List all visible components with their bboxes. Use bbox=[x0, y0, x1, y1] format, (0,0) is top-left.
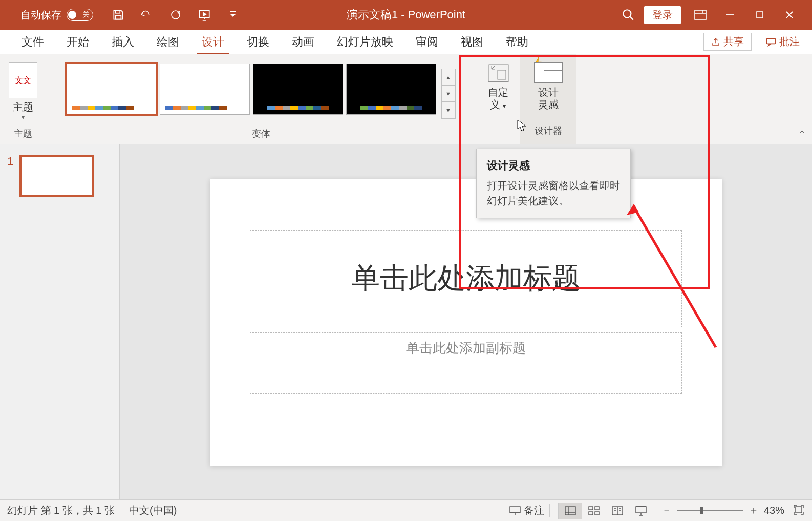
comments-label: 批注 bbox=[779, 35, 800, 49]
fit-to-window-icon[interactable] bbox=[793, 504, 807, 518]
tab-transitions[interactable]: 切换 bbox=[236, 30, 281, 54]
variant-3-colors bbox=[267, 106, 329, 110]
app-name: PowerPoint bbox=[408, 8, 466, 22]
zoom-in-button[interactable]: ＋ bbox=[749, 504, 759, 517]
title-bar: 自动保存 关 演示文稿1 - PowerPoint 登录 bbox=[0, 0, 812, 30]
themes-group: 文文 主题 ▾ 主题 bbox=[0, 54, 46, 144]
autosave-toggle[interactable]: 自动保存 关 bbox=[20, 8, 93, 22]
slide-size-icon[interactable] bbox=[488, 64, 508, 82]
ribbon-collapse-icon[interactable]: ⌃ bbox=[798, 129, 806, 140]
variants-group-label: 变体 bbox=[252, 128, 270, 142]
notes-button[interactable]: 备注 bbox=[504, 504, 550, 517]
tab-animations[interactable]: 动画 bbox=[281, 30, 326, 54]
gallery-scroll-down-icon[interactable]: ▼ bbox=[442, 86, 455, 102]
subtitle-placeholder[interactable]: 单击此处添加副标题 bbox=[250, 332, 682, 394]
tooltip-title: 设计灵感 bbox=[487, 158, 620, 173]
tab-review[interactable]: 审阅 bbox=[404, 30, 450, 54]
design-ideas-tooltip: 设计灵感 打开设计灵感窗格以查看即时幻灯片美化建议。 bbox=[476, 149, 631, 218]
slide-counter[interactable]: 幻灯片 第 1 张，共 1 张 bbox=[7, 504, 115, 517]
thumbnail-number: 1 bbox=[7, 155, 13, 168]
tab-insert[interactable]: 插入 bbox=[100, 30, 145, 54]
title-placeholder[interactable]: 单击此处添加标题 bbox=[250, 230, 682, 327]
variant-4-colors bbox=[360, 106, 422, 110]
gallery-scroll-up-icon[interactable]: ▲ bbox=[442, 69, 455, 86]
ribbon-tabs: 文件 开始 插入 绘图 设计 切换 动画 幻灯片放映 审阅 视图 帮助 共享 批… bbox=[0, 30, 812, 54]
themes-group-label: 主题 bbox=[14, 128, 32, 142]
ribbon-design: 文文 主题 ▾ 主题 ▲ ▼ ▼ 变体 bbox=[0, 54, 812, 144]
svg-rect-19 bbox=[636, 507, 646, 513]
tab-view[interactable]: 视图 bbox=[450, 30, 495, 54]
notes-label: 备注 bbox=[524, 504, 544, 517]
tab-help[interactable]: 帮助 bbox=[495, 30, 540, 54]
zoom-out-button[interactable]: － bbox=[661, 504, 672, 517]
svg-rect-1 bbox=[116, 15, 121, 19]
slide-1[interactable]: 单击此处添加标题 单击此处添加副标题 bbox=[210, 179, 722, 466]
comments-button[interactable]: 批注 bbox=[759, 33, 807, 50]
thumbnail-panel: 1 bbox=[0, 144, 120, 499]
zoom-slider-track[interactable] bbox=[677, 510, 743, 511]
zoom-slider-thumb[interactable] bbox=[700, 507, 703, 514]
variant-1[interactable] bbox=[67, 64, 157, 115]
toggle-state: 关 bbox=[82, 10, 90, 19]
login-button[interactable]: 登录 bbox=[644, 6, 681, 24]
close-icon[interactable] bbox=[779, 5, 800, 25]
svg-point-5 bbox=[623, 10, 631, 17]
title-sep: - bbox=[401, 8, 404, 22]
customize-label-2: 义 ▾ bbox=[490, 98, 506, 111]
quick-access-toolbar bbox=[111, 8, 240, 22]
svg-rect-0 bbox=[116, 10, 120, 13]
variant-2-colors bbox=[165, 106, 227, 110]
minimize-icon[interactable] bbox=[720, 5, 740, 25]
window-title: 演示文稿1 - PowerPoint bbox=[347, 7, 465, 23]
reading-view-icon[interactable] bbox=[606, 503, 629, 519]
document-name: 演示文稿1 bbox=[347, 7, 398, 23]
variant-1-colors bbox=[72, 106, 134, 110]
svg-rect-7 bbox=[757, 12, 763, 18]
customize-group: 自定 义 ▾ bbox=[476, 54, 520, 144]
comment-icon bbox=[766, 37, 776, 47]
themes-button-label: 主题 bbox=[13, 101, 33, 113]
tab-file[interactable]: 文件 bbox=[10, 30, 55, 54]
tab-home[interactable]: 开始 bbox=[55, 30, 100, 54]
variants-group: ▲ ▼ ▼ 变体 bbox=[46, 54, 476, 144]
title-placeholder-text: 单击此处添加标题 bbox=[351, 259, 581, 298]
thumbnail-slide-1[interactable]: 1 bbox=[7, 155, 112, 197]
variant-3[interactable] bbox=[253, 64, 343, 115]
gallery-expand-icon[interactable]: ▼ bbox=[442, 102, 455, 118]
ribbon-display-icon[interactable] bbox=[690, 5, 711, 25]
thumbnail-preview[interactable] bbox=[19, 155, 94, 197]
view-buttons bbox=[558, 503, 653, 519]
svg-rect-17 bbox=[595, 512, 599, 515]
themes-gallery-button[interactable]: 文文 bbox=[9, 62, 37, 98]
variant-4[interactable] bbox=[346, 64, 436, 115]
main-area: 1 单击此处添加标题 单击此处添加副标题 bbox=[0, 144, 812, 499]
tab-draw[interactable]: 绘图 bbox=[145, 30, 190, 54]
svg-rect-16 bbox=[589, 512, 593, 515]
share-button[interactable]: 共享 bbox=[703, 33, 752, 51]
subtitle-placeholder-text: 单击此处添加副标题 bbox=[406, 339, 526, 357]
normal-view-icon[interactable] bbox=[559, 503, 582, 519]
svg-rect-12 bbox=[510, 507, 520, 513]
chevron-down-icon[interactable]: ▾ bbox=[22, 114, 25, 121]
save-icon[interactable] bbox=[111, 8, 125, 22]
slideshow-start-icon[interactable] bbox=[197, 8, 211, 22]
search-icon[interactable] bbox=[622, 8, 635, 22]
status-bar: 幻灯片 第 1 张，共 1 张 中文(中国) 备注 － ＋ 43% bbox=[0, 499, 812, 521]
tab-design[interactable]: 设计 bbox=[190, 30, 236, 54]
zoom-percentage[interactable]: 43% bbox=[764, 505, 784, 516]
language-indicator[interactable]: 中文(中国) bbox=[129, 504, 177, 517]
share-label: 共享 bbox=[723, 35, 744, 49]
qat-more-icon[interactable] bbox=[226, 8, 240, 22]
autosave-label: 自动保存 bbox=[20, 8, 61, 22]
svg-rect-14 bbox=[589, 507, 593, 510]
slide-canvas[interactable]: 单击此处添加标题 单击此处添加副标题 bbox=[120, 144, 812, 499]
maximize-icon[interactable] bbox=[750, 5, 770, 25]
design-ideas-button[interactable] bbox=[534, 59, 563, 86]
variant-2[interactable] bbox=[160, 64, 250, 115]
tab-slideshow[interactable]: 幻灯片放映 bbox=[326, 30, 404, 54]
slideshow-view-icon[interactable] bbox=[629, 503, 653, 519]
redo-icon[interactable] bbox=[168, 8, 183, 22]
toggle-switch[interactable]: 关 bbox=[67, 9, 93, 21]
sorter-view-icon[interactable] bbox=[582, 503, 606, 519]
undo-icon[interactable] bbox=[140, 8, 154, 22]
